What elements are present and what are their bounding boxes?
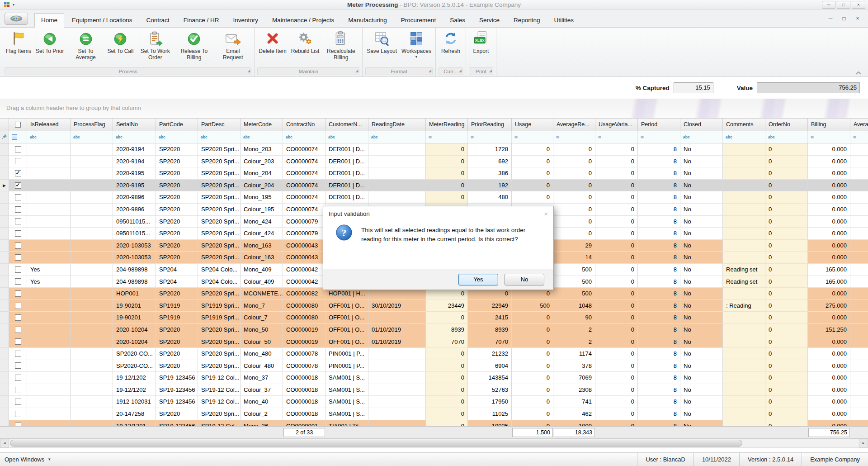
cell-comments[interactable] — [723, 348, 765, 360]
col-header-partCode[interactable]: PartCode — [156, 119, 198, 131]
cell-customer[interactable]: OFF001 | O... — [326, 336, 368, 348]
cell-customer[interactable]: DER001 | D... — [326, 191, 368, 204]
ribbon-button-set-to-average[interactable]: Set To Average — [66, 29, 105, 61]
cell-averageRe[interactable]: 2 — [553, 324, 595, 336]
cell-comments[interactable] — [723, 372, 765, 384]
cell-readingDate[interactable] — [368, 312, 426, 324]
cell-readingDate[interactable]: 30/10/2019 — [368, 300, 426, 312]
row-select-cell[interactable] — [9, 372, 27, 384]
select-all-checkbox[interactable] — [15, 122, 21, 128]
row-select-cell[interactable] — [9, 288, 27, 300]
cell-billing[interactable]: 0.000 — [808, 336, 850, 348]
cell-usage[interactable]: 0 — [512, 408, 553, 420]
cell-period[interactable]: 8 — [638, 276, 680, 288]
cell-period[interactable]: 8 — [638, 240, 680, 252]
cell-period[interactable]: 8 — [638, 300, 680, 312]
cell-meterCode[interactable]: Colour_195 — [241, 204, 283, 216]
cell-isReleased[interactable] — [27, 216, 71, 228]
cell-usage[interactable]: 0 — [512, 396, 553, 408]
cell-partDesc[interactable]: SP2020 Spri... — [198, 167, 241, 180]
cell-isReleased[interactable] — [27, 420, 71, 426]
cell-isReleased[interactable] — [27, 143, 71, 156]
cell-customer[interactable]: TIA001 | Tit... — [326, 420, 368, 426]
cell-contractNo[interactable]: CO0000018 — [283, 408, 326, 420]
row-checkbox[interactable] — [15, 362, 21, 369]
cell-orderNo[interactable]: 0 — [765, 348, 808, 360]
cell-avera[interactable] — [850, 324, 868, 336]
cell-contractNo[interactable]: CO0000082 — [283, 288, 326, 300]
cell-usage[interactable]: 0 — [512, 143, 553, 156]
cell-priorReading[interactable]: 143854 — [468, 372, 512, 384]
cell-averageRe[interactable]: 500 — [553, 276, 595, 288]
cell-partDesc[interactable]: SP2020 Spri... — [198, 240, 241, 252]
cell-meterCode[interactable]: MCONMETE... — [241, 288, 283, 300]
cell-partDesc[interactable]: SP2020 Spri... — [198, 156, 241, 168]
cell-comments[interactable] — [723, 336, 765, 348]
cell-customer[interactable]: SAM001 | S... — [326, 408, 368, 420]
filter-readingDate[interactable]: abc — [368, 131, 426, 143]
cell-partCode[interactable]: SP2020 — [156, 143, 198, 156]
dialog-launcher-icon[interactable]: ◢ — [489, 69, 492, 73]
mdi-restore-button[interactable]: □ — [838, 14, 850, 23]
cell-closed[interactable]: No — [680, 180, 723, 192]
cell-partCode[interactable]: SP1919 — [156, 300, 198, 312]
cell-billing[interactable]: 0.000 — [808, 204, 850, 216]
cell-partDesc[interactable]: SP2020 Spri... — [198, 143, 241, 156]
cell-partCode[interactable]: SP2020 — [156, 191, 198, 204]
cell-contractNo[interactable]: CO0000001 — [283, 420, 326, 426]
cell-period[interactable]: 8 — [638, 348, 680, 360]
cell-contractNo[interactable]: CO0000019 — [283, 336, 326, 348]
cell-isReleased[interactable] — [27, 312, 71, 324]
cell-billing[interactable]: 0.000 — [808, 191, 850, 204]
cell-isReleased[interactable] — [27, 167, 71, 180]
cell-orderNo[interactable]: 0 — [765, 324, 808, 336]
filter-partCode[interactable]: abc — [156, 131, 198, 143]
cell-usageVaria[interactable]: 0 — [595, 420, 638, 426]
cell-comments[interactable] — [723, 240, 765, 252]
cell-serialNo[interactable]: 2020-10204 — [113, 324, 156, 336]
cell-serialNo[interactable]: 2020-9194 — [113, 156, 156, 168]
row-select-cell[interactable] — [9, 180, 27, 192]
cell-usageVaria[interactable]: 0 — [595, 276, 638, 288]
cell-meterCode[interactable]: Colour_37 — [241, 384, 283, 396]
cell-serialNo[interactable]: 19-90201 — [113, 312, 156, 324]
cell-avera[interactable] — [850, 384, 868, 396]
cell-avera[interactable] — [850, 204, 868, 216]
cell-closed[interactable]: No — [680, 276, 723, 288]
cell-partDesc[interactable]: SP1919 Spri... — [198, 312, 241, 324]
cell-serialNo[interactable]: HOP001 — [113, 288, 156, 300]
cell-meterCode[interactable]: Colour_50 — [241, 336, 283, 348]
row-checkbox[interactable] — [15, 303, 21, 309]
cell-meterCode[interactable]: Colour_204 — [241, 180, 283, 192]
cell-comments[interactable] — [723, 408, 765, 420]
row-checkbox[interactable] — [15, 399, 21, 405]
ribbon-button-delete-item[interactable]: Delete Item — [256, 29, 288, 54]
dialog-launcher-icon[interactable]: ◢ — [247, 69, 250, 73]
cell-comments[interactable] — [723, 420, 765, 426]
filter-avera[interactable]: = — [850, 131, 868, 143]
cell-billing[interactable]: 0.000 — [808, 420, 850, 426]
cell-billing[interactable]: 0.000 — [808, 156, 850, 168]
ribbon-button-email-request[interactable]: Email Request — [213, 29, 252, 61]
row-checkbox[interactable] — [15, 266, 21, 273]
cell-avera[interactable] — [850, 276, 868, 288]
dialog-launcher-icon[interactable]: ◢ — [459, 69, 462, 73]
cell-comments[interactable] — [723, 228, 765, 240]
col-header-partDesc[interactable]: PartDesc — [198, 119, 241, 131]
tab-maintenance-projects[interactable]: Maintenance / Projects — [266, 14, 340, 27]
cell-isReleased[interactable] — [27, 360, 71, 372]
cell-partDesc[interactable]: SP2020 Spri... — [198, 336, 241, 348]
cell-usage[interactable]: 0 — [512, 372, 553, 384]
cell-meterCode[interactable]: Mono_50 — [241, 324, 283, 336]
cell-readingDate[interactable] — [368, 156, 426, 168]
row-checkbox[interactable] — [15, 182, 21, 189]
cell-isReleased[interactable] — [27, 348, 71, 360]
cell-billing[interactable]: 165.000 — [808, 276, 850, 288]
row-select-cell[interactable] — [9, 312, 27, 324]
cell-priorReading[interactable]: 386 — [468, 167, 512, 180]
cell-contractNo[interactable]: CO0000074 — [283, 156, 326, 168]
cell-processFlag[interactable] — [71, 167, 113, 180]
cell-isReleased[interactable]: Yes — [27, 264, 71, 276]
cell-orderNo[interactable]: 0 — [765, 191, 808, 204]
cell-contractNo[interactable]: CO0000074 — [283, 167, 326, 180]
